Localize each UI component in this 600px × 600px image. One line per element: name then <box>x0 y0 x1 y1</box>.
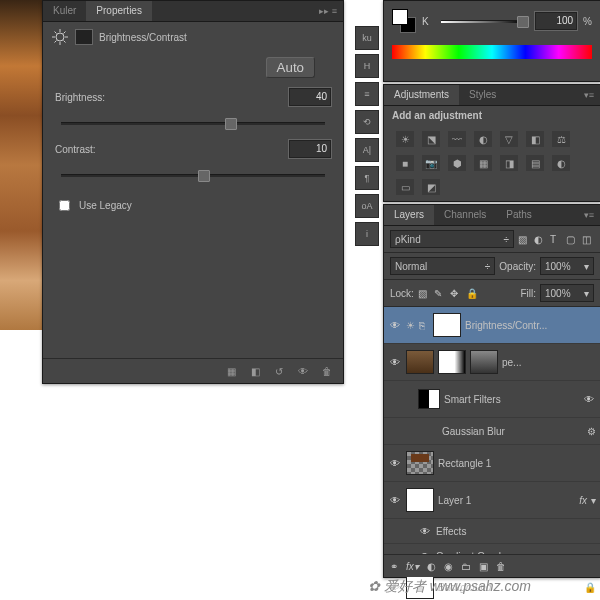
dock-info[interactable]: i <box>355 222 379 246</box>
gaussian-blur-row[interactable]: Gaussian Blur ⚙ <box>384 418 600 445</box>
fg-bg-swatch[interactable] <box>392 9 416 33</box>
lock-paint-icon[interactable]: ✎ <box>434 288 446 298</box>
filter-name[interactable]: Gaussian Blur <box>442 426 583 437</box>
trash-icon[interactable]: 🗑 <box>496 561 506 572</box>
mask-thumb[interactable] <box>438 350 466 374</box>
dock-para[interactable]: ¶ <box>355 166 379 190</box>
color-ramp[interactable] <box>392 45 592 59</box>
adj-lut-icon[interactable]: ▦ <box>474 155 492 171</box>
eye-icon[interactable]: 👁 <box>388 320 402 331</box>
fill-dropdown[interactable]: 100%▾ <box>540 284 594 302</box>
layer-name[interactable]: Layer 1 <box>438 495 575 506</box>
tab-paths[interactable]: Paths <box>496 205 542 225</box>
lock-pos-icon[interactable]: ✥ <box>450 288 462 298</box>
contrast-slider[interactable] <box>61 168 325 182</box>
trash-icon[interactable]: 🗑 <box>319 364 335 378</box>
reset-icon[interactable]: ↺ <box>271 364 287 378</box>
contrast-label: Contrast: <box>55 144 125 155</box>
adj-bw-icon[interactable]: ■ <box>396 155 414 171</box>
adj-levels-icon[interactable]: ⬔ <box>422 131 440 147</box>
side-dock: ku H ≡ ⟲ A| ¶ oA i <box>355 26 379 326</box>
adj-balance-icon[interactable]: ⚖ <box>552 131 570 147</box>
filter-adj-icon[interactable]: ◐ <box>534 234 546 244</box>
lock-all-icon[interactable]: 🔒 <box>466 288 478 298</box>
percent-label: % <box>583 16 592 27</box>
layer-smart-object[interactable]: 👁 pe... <box>384 344 600 381</box>
eye-icon[interactable]: 👁 <box>388 495 402 506</box>
tab-adjustments[interactable]: Adjustments <box>384 85 459 105</box>
adj-mixer-icon[interactable]: ⬢ <box>448 155 466 171</box>
brightness-slider[interactable] <box>61 116 325 130</box>
lock-trans-icon[interactable]: ▧ <box>418 288 430 298</box>
layer-name[interactable]: Brightness/Contr... <box>465 320 596 331</box>
kind-dropdown[interactable]: ρ Kind÷ <box>390 230 514 248</box>
filter-pixel-icon[interactable]: ▧ <box>518 234 530 244</box>
layer-name[interactable]: Rectangle 1 <box>438 458 596 469</box>
adj-poster-icon[interactable]: ▤ <box>526 155 544 171</box>
dock-nav[interactable]: ≡ <box>355 82 379 106</box>
k-slider[interactable] <box>441 14 523 28</box>
mask-add-icon[interactable]: ◐ <box>427 561 436 572</box>
layers-menu-icon[interactable]: ▾≡ <box>578 210 600 220</box>
filter-type-icon[interactable]: T <box>550 234 562 244</box>
visibility-icon[interactable]: 👁 <box>295 364 311 378</box>
filter-smart-icon[interactable]: ◫ <box>582 234 594 244</box>
dock-kuler[interactable]: ku <box>355 26 379 50</box>
filter-mask-thumb[interactable] <box>418 389 440 409</box>
use-legacy-checkbox[interactable] <box>59 200 70 211</box>
adj-hue-icon[interactable]: ◧ <box>526 131 544 147</box>
effects-row[interactable]: 👁 Effects <box>384 519 600 544</box>
adj-vibrance-icon[interactable]: ▽ <box>500 131 518 147</box>
eye-icon[interactable]: 👁 <box>388 458 402 469</box>
dock-histogram[interactable]: H <box>355 54 379 78</box>
adjustment-add-icon[interactable]: ◉ <box>444 561 453 572</box>
blend-mode-dropdown[interactable]: Normal÷ <box>390 257 495 275</box>
clip-icon[interactable]: ▦ <box>223 364 239 378</box>
layer-thumb[interactable] <box>406 451 434 475</box>
tab-styles[interactable]: Styles <box>459 85 506 105</box>
layer-thumb[interactable] <box>406 488 434 512</box>
mask-thumb[interactable] <box>433 313 461 337</box>
layer-brightness-contrast[interactable]: 👁 ☀ ⎘ Brightness/Contr... <box>384 307 600 344</box>
auto-button[interactable]: Auto <box>266 57 315 78</box>
link-layers-icon[interactable]: ⚭ <box>390 561 398 572</box>
group-icon[interactable]: 🗀 <box>461 561 471 572</box>
fx-badge[interactable]: fx <box>579 495 587 506</box>
eye-icon[interactable]: 👁 <box>388 357 402 368</box>
layer-layer-1[interactable]: 👁 Layer 1 fx ▾ <box>384 482 600 519</box>
new-layer-icon[interactable]: ▣ <box>479 561 488 572</box>
eye-icon[interactable]: 👁 <box>582 394 596 405</box>
adj-curves-icon[interactable]: 〰 <box>448 131 466 147</box>
k-value[interactable]: 100 <box>535 12 577 30</box>
tab-layers[interactable]: Layers <box>384 205 434 225</box>
adj-selcolor-icon[interactable]: ◩ <box>422 179 440 195</box>
view-prev-icon[interactable]: ◧ <box>247 364 263 378</box>
adj-menu-icon[interactable]: ▾≡ <box>578 90 600 100</box>
dock-char[interactable]: A| <box>355 138 379 162</box>
layer-name[interactable]: pe... <box>502 357 596 368</box>
adj-thresh-icon[interactable]: ◐ <box>552 155 570 171</box>
dock-char-style[interactable]: oA <box>355 194 379 218</box>
tab-kuler[interactable]: Kuler <box>43 1 86 21</box>
filter-options-icon[interactable]: ⚙ <box>587 426 596 437</box>
filter-shape-icon[interactable]: ▢ <box>566 234 578 244</box>
adj-invert-icon[interactable]: ◨ <box>500 155 518 171</box>
adj-gradmap-icon[interactable]: ▭ <box>396 179 414 195</box>
adj-brightness-icon[interactable]: ☀ <box>396 131 414 147</box>
layer-rectangle-1[interactable]: 👁 Rectangle 1 <box>384 445 600 482</box>
filter-thumb[interactable] <box>470 350 498 374</box>
layer-thumb[interactable] <box>406 350 434 374</box>
brightness-value[interactable]: 40 <box>289 88 331 106</box>
fx-icon[interactable]: fx▾ <box>406 561 419 572</box>
adj-photo-icon[interactable]: 📷 <box>422 155 440 171</box>
smart-filters-row[interactable]: Smart Filters 👁 <box>384 381 600 418</box>
opacity-dropdown[interactable]: 100%▾ <box>540 257 594 275</box>
tab-properties[interactable]: Properties <box>86 1 152 21</box>
eye-icon[interactable]: 👁 <box>418 526 432 537</box>
chevron-down-icon[interactable]: ▾ <box>591 495 596 506</box>
collapse-icon[interactable]: ▸▸ ≡ <box>313 6 343 16</box>
contrast-value[interactable]: 10 <box>289 140 331 158</box>
tab-channels[interactable]: Channels <box>434 205 496 225</box>
adj-exposure-icon[interactable]: ◐ <box>474 131 492 147</box>
dock-history[interactable]: ⟲ <box>355 110 379 134</box>
